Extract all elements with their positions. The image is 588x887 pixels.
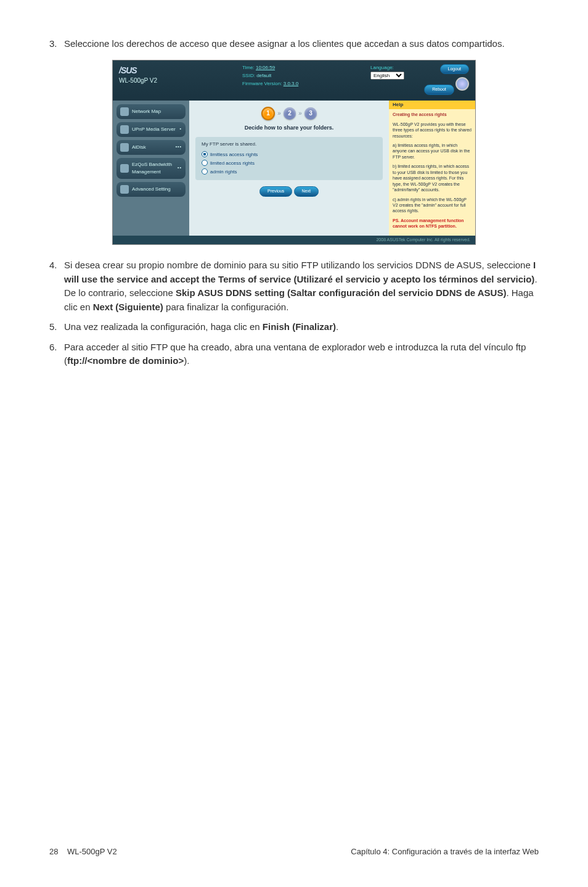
- next-button[interactable]: Next: [294, 186, 319, 197]
- radio-limited[interactable]: limited access rights: [202, 159, 377, 168]
- sidebar-label: AiDisk: [132, 144, 146, 151]
- help-p1: WL-500gP V2 provides you with these thre…: [393, 122, 472, 139]
- ezqos-icon: [120, 164, 129, 173]
- router-info: Time: 10:06:59 SSID: default Firmware Ve…: [193, 64, 370, 88]
- language-label: Language:: [370, 64, 420, 72]
- logout-button[interactable]: Logout: [440, 64, 469, 75]
- language-area: Language: English: [370, 64, 420, 80]
- wizard-steps: 1 » 2 » 3: [195, 107, 383, 120]
- sidebar-label: UPnP Media Server: [132, 126, 176, 133]
- language-select[interactable]: English: [370, 72, 404, 80]
- advanced-icon: [120, 185, 129, 194]
- sidebar-dots: •: [180, 126, 182, 133]
- page-number: 28: [49, 847, 58, 856]
- model-text: WL-500gP V2: [119, 76, 193, 85]
- wizard-step-2[interactable]: 2: [284, 107, 296, 120]
- help-body: Creating the access rights WL-500gP V2 p…: [389, 109, 475, 235]
- network-map-icon: [120, 107, 129, 116]
- step5-b1: Finish (Finalizar): [263, 321, 336, 332]
- sidebar-item-ezqos[interactable]: EzQoS Bandwidth Management ••: [116, 158, 186, 179]
- page-footer: 28 WL-500gP V2 Capítulo 4: Configuración…: [49, 846, 539, 858]
- step5-body: Una vez realizada la configuración, haga…: [64, 320, 539, 334]
- help-panel: Help Creating the access rights WL-500gP…: [389, 101, 475, 236]
- sidebar-dots: ••: [178, 165, 182, 171]
- wizard-step-1[interactable]: 1: [261, 107, 275, 120]
- help-b: b) limited access rights, in which acces…: [393, 163, 472, 192]
- sidebar-item-aidisk[interactable]: AiDisk •••: [116, 140, 186, 155]
- doc-steps: 3. Seleccione los derechos de acceso que…: [49, 37, 539, 51]
- wizard-nav: Previous Next: [195, 186, 383, 199]
- router-sidebar: Network Map UPnP Media Server • AiDisk •…: [113, 101, 189, 236]
- doc-steps-cont: 4. Si desea crear su propio nombre de do…: [49, 258, 539, 368]
- panel-title: My FTP server is shared.: [202, 141, 377, 148]
- sidebar-item-upnp[interactable]: UPnP Media Server •: [116, 122, 186, 137]
- sidebar-label: Advanced Setting: [132, 186, 171, 193]
- footer-model: WL-500gP V2: [67, 847, 117, 856]
- step6-b1: ftp://<nombre de dominio>: [67, 355, 184, 366]
- fw-value: 3.0.3.0: [284, 81, 298, 86]
- chevron-icon: »: [298, 110, 302, 117]
- step6-body: Para acceder al sitio FTP que ha creado,…: [64, 340, 539, 368]
- router-body: Network Map UPnP Media Server • AiDisk •…: [113, 101, 475, 236]
- sidebar-item-advanced[interactable]: Advanced Setting: [116, 182, 186, 197]
- ssid-label: SSID:: [242, 73, 255, 78]
- time-value: 10:06:59: [256, 65, 275, 70]
- router-header: /SUS WL-500gP V2 Time: 10:06:59 SSID: de…: [113, 60, 475, 101]
- step4-b2: Skip ASUS DDNS setting (Saltar configura…: [176, 287, 507, 298]
- help-c: c) admin rights in which the WL-500gP V2…: [393, 197, 472, 214]
- help-header: Help: [389, 101, 475, 110]
- router-footer: 2008 ASUSTek Computer Inc. All rights re…: [113, 236, 475, 245]
- step6-num: 6.: [49, 340, 64, 368]
- reboot-button[interactable]: Reboot: [424, 85, 454, 95]
- fw-label: Firmware Version:: [242, 81, 282, 86]
- radio-limitless[interactable]: limitless access rights: [202, 151, 377, 159]
- step4-num: 4.: [49, 258, 64, 314]
- router-main: 1 » 2 » 3 Decide how to share your folde…: [189, 101, 389, 236]
- step3-num: 3.: [49, 37, 64, 51]
- globe-icon: [455, 77, 469, 91]
- sidebar-dots: •••: [176, 144, 182, 151]
- brand-text: /SUS: [119, 64, 193, 77]
- router-screenshot: /SUS WL-500gP V2 Time: 10:06:59 SSID: de…: [112, 60, 476, 245]
- wizard-panel: My FTP server is shared. limitless acces…: [195, 137, 383, 180]
- header-actions: Logout Reboot: [420, 64, 469, 97]
- step3-text: Seleccione los derechos de acceso que de…: [64, 37, 539, 51]
- ssid-value: default: [256, 73, 271, 78]
- router-logo: /SUS WL-500gP V2: [119, 64, 193, 85]
- step4-body: Si desea crear su propio nombre de domin…: [64, 258, 539, 314]
- help-ps: PS. Account management function cannot w…: [393, 218, 472, 229]
- radio-admin[interactable]: admin rights: [202, 168, 377, 176]
- upnp-icon: [120, 125, 129, 134]
- wizard-title: Decide how to share your folders.: [195, 124, 383, 133]
- wizard-step-3[interactable]: 3: [304, 107, 317, 120]
- step4-b3: Next (Siguiente): [93, 302, 163, 312]
- sidebar-label: EzQoS Bandwidth Management: [132, 161, 174, 176]
- time-label: Time:: [242, 65, 255, 70]
- step5-num: 5.: [49, 320, 64, 334]
- sidebar-item-network-map[interactable]: Network Map: [116, 104, 186, 119]
- previous-button[interactable]: Previous: [259, 186, 292, 197]
- help-title: Creating the access rights: [393, 112, 447, 117]
- aidisk-icon: [120, 143, 129, 152]
- sidebar-label: Network Map: [132, 108, 161, 115]
- chevron-icon: »: [277, 110, 281, 117]
- help-a: a) limitless access rights, in which any…: [393, 142, 472, 160]
- footer-chapter: Capítulo 4: Configuración a través de la…: [351, 846, 539, 858]
